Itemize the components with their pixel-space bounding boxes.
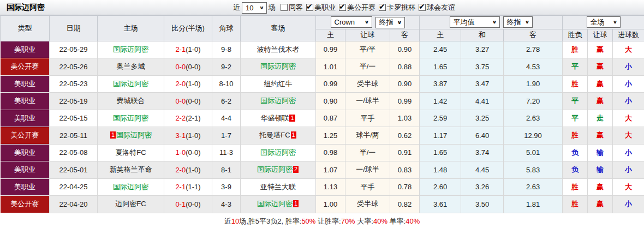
result-goals-cell: 小 — [613, 93, 644, 110]
filter-checkbox-label: 卡罗挑杯 — [387, 3, 415, 11]
sub-header-result-wdl: 胜负 — [563, 29, 588, 41]
team-name: 国际迈阿密 — [260, 62, 296, 70]
filter-checkbox[interactable] — [281, 4, 288, 11]
bookmaker-select[interactable]: Crown ∨ — [331, 16, 372, 28]
away-team-cell: 国际迈阿密1 — [241, 196, 316, 213]
crown-home-odds-cell: 1.13 — [316, 178, 345, 196]
match-scope-select[interactable]: 全场 ∨ — [587, 16, 621, 28]
away-team-cell: 国际迈阿密 — [241, 93, 316, 110]
crown-away-odds-cell: 0.82 — [390, 196, 420, 213]
halftime-score: (1-0) — [186, 45, 200, 53]
match-row: 美职业22-04-25国际迈阿密2-1(1-1)3-9亚特兰大联1.13平手0.… — [1, 178, 644, 196]
crown-handicap-cell: 平/半 — [345, 41, 390, 58]
avg-away-odds-cell: 2.78 — [504, 41, 563, 58]
avg-draw-odds-cell: 3.50 — [461, 196, 504, 213]
score-cell: 2-2(2-1) — [164, 110, 212, 127]
match-count-select[interactable]: 10 ∨ — [242, 2, 267, 14]
match-history-table: 类型 日期 主场 比分(半场) 角球 客场 Crown ∨ 终指 ∨ — [0, 15, 644, 213]
filter-checkbox-label: 球会友谊 — [427, 3, 455, 11]
halftime-score: (2-1) — [186, 114, 200, 122]
header-date: 日期 — [50, 16, 98, 41]
match-rows: 美职业22-05-29国际迈阿密2-1(1-0)9-8波特兰伐木者0.99平/半… — [1, 41, 644, 213]
table-header: 类型 日期 主场 比分(半场) 角球 客场 Crown ∨ 终指 ∨ — [1, 16, 644, 41]
home-team-cell: 1国际迈阿密 — [98, 127, 164, 145]
near-label: 近 — [233, 3, 240, 13]
summary-segment: 让胜率: — [315, 217, 341, 225]
away-team-cell: 国际迈阿密 — [241, 144, 316, 161]
score-cell: 2-1(1-1) — [164, 178, 212, 196]
halftime-score: (0-0) — [186, 97, 200, 105]
crown-home-odds-cell: 0.87 — [316, 110, 345, 127]
summary-segment: 70% — [341, 217, 355, 225]
avg-draw-odds-cell: 3.47 — [461, 75, 504, 93]
league-cell: 美公开赛 — [1, 196, 50, 213]
sub-header-book-handicap: 让球 — [345, 29, 390, 41]
filter-checkbox[interactable] — [339, 4, 346, 11]
fulltime-score: 0-0 — [175, 97, 186, 105]
home-team-cell: 国际迈阿密 — [98, 41, 164, 58]
avg-draw-odds-cell: 3.74 — [461, 144, 504, 161]
team-name: 国际迈阿密 — [113, 80, 148, 88]
avg-draw-odds-cell: 4.45 — [461, 161, 504, 179]
crown-handicap-cell: 球半/两 — [345, 127, 390, 145]
team-history-panel: 国际迈阿密 近 10 ∨ 场 同客美职业美公开赛卡罗挑杯球会友谊 类型 日期 主… — [0, 0, 644, 228]
date-cell: 22-04-25 — [50, 178, 98, 196]
match-row: 美公开赛22-05-111国际迈阿密3-1(1-0)1-7托曼塔FC11.25球… — [1, 127, 644, 145]
header-home: 主场 — [98, 16, 164, 41]
fulltime-score: 2-0 — [175, 80, 186, 88]
home-team-cell: 国际迈阿密 — [98, 178, 164, 196]
team-name: 国际迈阿密 — [116, 131, 152, 139]
bookmaker-odds-stage-select[interactable]: 终指 ∨ — [375, 17, 405, 28]
corner-cell: 1-7 — [212, 127, 241, 145]
home-team-cell: 迈阿密FC — [98, 196, 164, 213]
sub-header-avg-away: 客 — [504, 29, 563, 41]
team-badge: 1 — [110, 131, 116, 139]
chevron-down-icon: ∨ — [397, 20, 402, 25]
league-cell: 美职业 — [1, 93, 50, 110]
result-goals-cell: 大 — [613, 110, 644, 127]
score-cell: 0-0(0-0) — [164, 58, 212, 76]
match-scope-value: 全场 — [591, 17, 605, 27]
crown-handicap-cell: 一/球半 — [345, 161, 390, 179]
sub-header-book-home: 主 — [316, 29, 345, 41]
filter-checkbox[interactable] — [379, 4, 386, 11]
corner-cell: 8-10 — [212, 75, 241, 93]
avg-home-odds-cell: 2.60 — [420, 178, 461, 196]
team-badge: 1 — [289, 115, 295, 122]
corner-cell: 4-3 — [212, 196, 241, 213]
matches-unit-label: 场 — [269, 3, 276, 13]
away-team-cell: 华盛顿联1 — [241, 110, 316, 127]
score-cell: 2-0(1-0) — [164, 75, 212, 93]
result-goals-cell: 小 — [613, 196, 644, 213]
result-goals-cell: 小 — [613, 161, 644, 179]
result-handicap-cell: 赢 — [588, 127, 613, 145]
league-cell: 美职业 — [1, 110, 50, 127]
match-row: 美职业22-05-01新英格兰革命2-0(1-0)8-1国际迈阿密21.07一/… — [1, 161, 644, 179]
date-cell: 22-05-11 — [50, 127, 98, 145]
filter-checkbox[interactable] — [306, 4, 313, 11]
chevron-down-icon: ∨ — [525, 20, 530, 25]
crown-handicap-cell: 受半球 — [345, 196, 390, 213]
halftime-score: (1-0) — [186, 80, 200, 88]
crown-away-odds-cell: 0.90 — [390, 41, 420, 58]
team-name: 华盛顿联 — [260, 114, 289, 122]
avg-home-odds-cell: 1.17 — [420, 127, 461, 145]
average-odds-stage-select[interactable]: 终指 ∨ — [503, 16, 533, 28]
crown-handicap-cell: 平手 — [345, 110, 390, 127]
home-team-cell: 国际迈阿密 — [98, 110, 164, 127]
team-name: 国际迈阿密 — [113, 183, 148, 191]
crown-home-odds-cell: 1.01 — [316, 58, 345, 76]
average-group-header: 平均值 ∨ 终指 ∨ — [420, 16, 563, 29]
team-name: 新英格兰革命 — [110, 165, 152, 173]
avg-home-odds-cell: 1.65 — [420, 144, 461, 161]
average-odds-stage-value: 终指 — [507, 17, 521, 27]
avg-away-odds-cell: 2.63 — [504, 178, 563, 196]
team-name: 国际迈阿密 — [113, 45, 148, 53]
filter-checkbox[interactable] — [419, 4, 426, 11]
result-goals-cell: 大 — [613, 178, 644, 196]
summary-segment: 50% — [301, 217, 315, 225]
score-cell: 1-0(0-0) — [164, 144, 212, 161]
home-team-cell: 奥兰多城 — [98, 58, 164, 76]
away-team-cell: 波特兰伐木者 — [241, 41, 316, 58]
average-select[interactable]: 平均值 ∨ — [450, 16, 500, 28]
